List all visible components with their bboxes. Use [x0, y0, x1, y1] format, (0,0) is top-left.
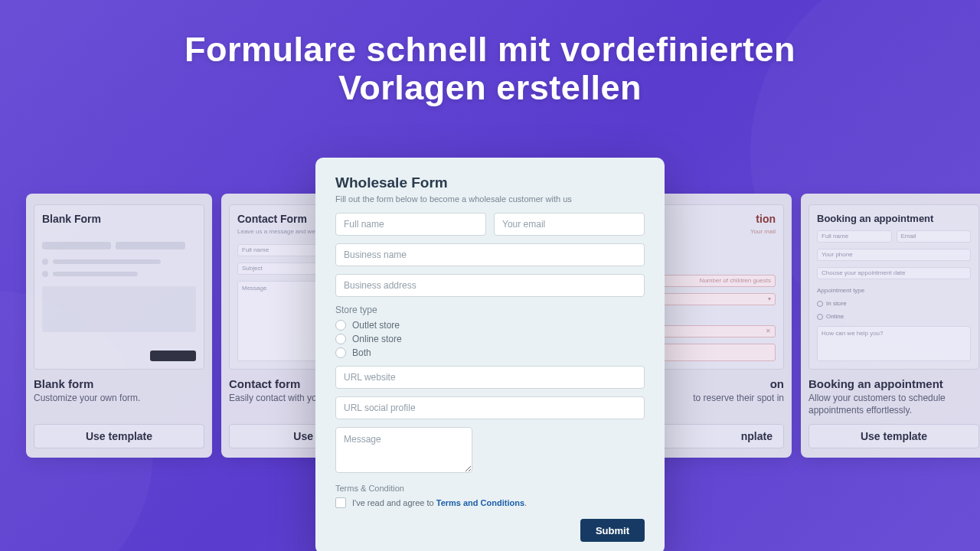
preview-radio: Online [817, 313, 971, 320]
preview-field: Email [897, 230, 972, 243]
heading-line-1: Formulare schnell mit vordefinierten [185, 30, 795, 69]
radio-label: Outlet store [352, 320, 400, 331]
store-type-option-online[interactable]: Online store [335, 334, 645, 344]
terms-agree-prefix: I've read and agree to [352, 498, 436, 507]
preview-field: Your phone [817, 249, 971, 261]
business-name-input[interactable] [335, 243, 645, 266]
store-type-label: Store type [335, 305, 645, 315]
radio-circle-icon [335, 347, 346, 358]
radio-label: Both [352, 347, 371, 358]
preview-title: Blank Form [42, 213, 196, 225]
card-title: Blank form [34, 377, 204, 390]
full-name-input[interactable] [335, 213, 486, 236]
business-address-input[interactable] [335, 274, 645, 297]
preview-field: Full name [817, 230, 892, 243]
terms-text: I've read and agree to Terms and Conditi… [352, 498, 527, 507]
card-description: Allow your customers to schedule appoint… [808, 392, 979, 416]
radio-circle-icon [335, 334, 346, 344]
form-title: Wholesale Form [335, 174, 645, 191]
preview-radio-label: Online [826, 313, 844, 320]
preview-field: Choose your appointment date [817, 267, 971, 279]
terms-agree-suffix: . [524, 498, 527, 507]
url-social-input[interactable] [335, 396, 645, 419]
email-input[interactable] [494, 213, 645, 236]
template-preview-booking: Booking an appointment Full name Email Y… [808, 204, 979, 370]
radio-label: Online store [352, 334, 402, 344]
template-preview-blank: Blank Form [34, 204, 204, 370]
card-title: Booking an appointment [808, 377, 979, 390]
heading-line-2: Vorlagen erstellen [338, 68, 642, 107]
preview-submit-skeleton [150, 350, 196, 361]
store-type-option-both[interactable]: Both [335, 347, 645, 358]
use-template-button[interactable]: Use template [808, 424, 979, 448]
preview-title: Booking an appointment [817, 213, 971, 224]
form-subtitle: Fill out the form below to become a whol… [335, 194, 645, 204]
radio-circle-icon [335, 320, 346, 331]
use-template-button[interactable]: Use template [34, 424, 204, 448]
preview-radio-label: In store [826, 300, 847, 307]
page-heading: Formulare schnell mit vordefinierten Vor… [0, 31, 980, 106]
submit-button[interactable]: Submit [580, 519, 645, 542]
template-card-booking: Booking an appointment Full name Email Y… [801, 194, 980, 458]
store-type-option-outlet[interactable]: Outlet store [335, 320, 645, 331]
checkbox-icon[interactable] [335, 497, 346, 508]
terms-checkbox-row[interactable]: I've read and agree to Terms and Conditi… [335, 497, 645, 508]
terms-link[interactable]: Terms and Conditions [436, 498, 524, 507]
wholesale-form-modal: Wholesale Form Fill out the form below t… [315, 158, 665, 551]
preview-textarea: How can we help you? [817, 326, 971, 361]
url-website-input[interactable] [335, 366, 645, 389]
preview-radio: In store [817, 300, 971, 307]
card-description: Customize your own form. [34, 392, 204, 416]
template-card-blank: Blank Form Blank form Customize your own… [26, 194, 212, 458]
preview-label: Appointment type [817, 287, 971, 294]
page-title: Formulare schnell mit vordefinierten Vor… [0, 31, 980, 106]
store-type-radios: Outlet store Online store Both [335, 320, 645, 358]
terms-label: Terms & Condition [335, 484, 645, 493]
message-textarea[interactable] [335, 427, 472, 473]
